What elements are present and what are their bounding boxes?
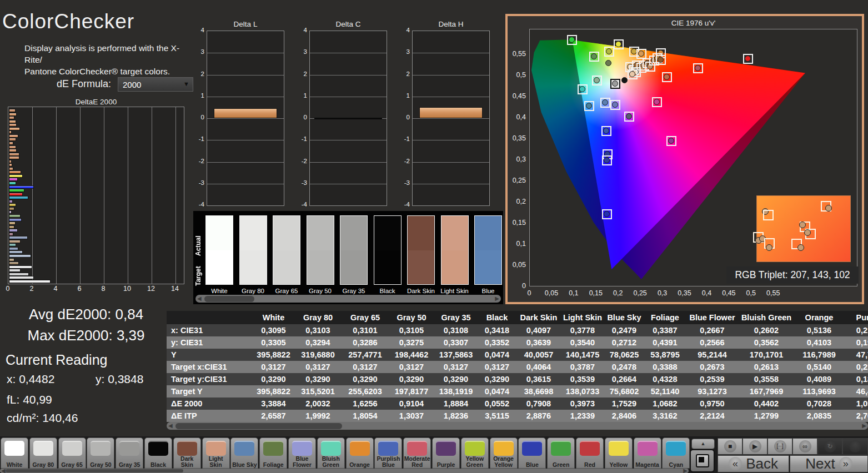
next-button[interactable]: Next » <box>790 455 868 472</box>
play-button[interactable]: ▶ <box>742 438 767 455</box>
patch-button-dark-skin[interactable]: Dark Skin <box>173 437 201 469</box>
table-cell: 198,4462 <box>389 349 434 361</box>
scroll-left-icon[interactable]: ◀ <box>1 467 6 473</box>
patch-button-gray-35[interactable]: Gray 35 <box>116 437 143 469</box>
swatch-gray-80[interactable] <box>239 215 267 285</box>
patch-button-yellow[interactable]: Yellow <box>605 437 633 469</box>
patch-button-yellow-green[interactable]: Yellow Green <box>461 437 489 469</box>
patch-button-cyan[interactable]: Cyan <box>662 437 690 469</box>
swatch-gray-50[interactable] <box>307 215 334 285</box>
y-tick-label: -4 <box>192 201 204 208</box>
patch-button-gray-50[interactable]: Gray 50 <box>87 437 114 469</box>
strip-scrollbar-thumb[interactable] <box>204 296 254 302</box>
cie-point <box>604 58 614 68</box>
patch-button-moderate-red[interactable]: Moderate Red <box>403 437 431 469</box>
table-cell: 1,7529 <box>604 397 644 410</box>
table-cell: 0,0474 <box>478 385 516 397</box>
reading-x: x: 0,4482 <box>7 373 54 386</box>
reading-y: y: 0,3848 <box>96 373 143 386</box>
y-tick-label: 0 <box>295 114 307 120</box>
table-cell: 0,3108 <box>434 324 478 336</box>
de-bar <box>9 210 12 214</box>
patch-button-light-skin[interactable]: Light Skin <box>202 437 230 469</box>
de-bar <box>9 243 16 246</box>
scroll-left-icon[interactable]: ◀ <box>197 295 202 303</box>
row-label: Target y:CIE31 <box>167 373 253 385</box>
measure-series-button[interactable]: [··] <box>767 438 792 455</box>
table-row: Target Y395,8822315,5201255,6203197,8177… <box>167 385 868 397</box>
patch-button-blue-flower[interactable]: Blue Flower <box>288 437 316 469</box>
patch-size-up-button[interactable]: ▲ <box>691 439 715 449</box>
swatch-light-skin[interactable] <box>441 215 469 285</box>
patch-button-magenta[interactable]: Magenta <box>634 437 661 469</box>
patch-button-bluish-green[interactable]: Bluish Green <box>317 437 345 469</box>
patch-button-purple[interactable]: Purple <box>432 437 460 469</box>
cie-point <box>592 76 602 85</box>
gridline <box>413 53 489 53</box>
table-cell: 2,8876 <box>516 410 561 422</box>
patch-button-white[interactable]: White <box>1 437 28 469</box>
scroll-left-icon[interactable]: ◀ <box>168 422 173 430</box>
patch-button-red[interactable]: Red <box>576 437 604 469</box>
patch-button-blue[interactable]: Blue <box>518 437 546 469</box>
gridline <box>207 184 284 184</box>
patch-color-chip <box>91 441 111 456</box>
cie-point <box>578 84 588 94</box>
patch-button-orange-yellow[interactable]: Orange Yellow <box>490 437 518 469</box>
y-tick-label: -3 <box>398 179 410 186</box>
swatch-dark-skin[interactable] <box>407 215 435 285</box>
patch-label: Gray 35 <box>116 462 143 468</box>
swatch-blue[interactable] <box>474 215 502 285</box>
table-scrollbar[interactable]: ◀ ▶ <box>167 422 868 430</box>
swatch-white[interactable] <box>205 215 233 285</box>
row-label: Target Y <box>167 385 253 397</box>
cie-y-tick-label: 0 <box>507 282 526 290</box>
back-button-label: Back <box>746 455 778 472</box>
patch-button-purplish-blue[interactable]: Purplish Blue <box>374 437 402 469</box>
delta-zero-bar <box>314 118 382 119</box>
table-cell: 0,3290 <box>342 373 389 385</box>
patch-button-black[interactable]: Black <box>144 437 172 469</box>
swatch-gray-35[interactable] <box>340 215 368 285</box>
patch-bar-scrollbar[interactable]: ◀ ▶ <box>0 469 689 473</box>
refresh-button[interactable]: ↻ <box>817 438 842 455</box>
back-button[interactable]: « Back <box>718 455 789 472</box>
patch-button-blue-sky[interactable]: Blue Sky <box>230 437 258 469</box>
patch-button-green[interactable]: Green <box>547 437 575 469</box>
patch-label: Orange <box>347 462 373 468</box>
scroll-right-icon[interactable]: ▶ <box>862 422 866 430</box>
table-cell: 138,0733 <box>561 385 604 397</box>
table-cell: 93,1273 <box>686 385 739 397</box>
record-button[interactable] <box>842 438 868 455</box>
de-formula-dropdown[interactable]: 2000 ▼ <box>118 77 193 92</box>
patch-scrollbar-thumb[interactable] <box>6 469 183 472</box>
scroll-right-icon[interactable]: ▶ <box>495 295 499 303</box>
table-cell: 0,2712 <box>604 336 644 349</box>
patch-button-gray-80[interactable]: Gray 80 <box>29 437 57 469</box>
de-bar <box>9 182 16 185</box>
continuous-measure-button[interactable]: ∞ <box>792 438 817 455</box>
stop-button[interactable]: ■ <box>718 438 742 455</box>
patch-button-orange[interactable]: Orange <box>346 437 374 469</box>
patch-button-gray-65[interactable]: Gray 65 <box>58 437 86 469</box>
table-scrollbar-thumb[interactable] <box>175 423 342 429</box>
cie-x-tick-label: 0,25 <box>630 289 650 297</box>
cie-x-tick-label: 0,45 <box>719 289 739 297</box>
de-bar <box>9 185 34 189</box>
actual-target-strip: Actual Target WhiteGray 80Gray 65Gray 50… <box>193 211 503 304</box>
patch-window-button[interactable] <box>690 449 715 472</box>
table-cell: 0,4391 <box>644 336 686 349</box>
strip-scrollbar[interactable]: ◀▶ <box>195 295 501 303</box>
scroll-right-icon[interactable]: ▶ <box>683 467 688 473</box>
patch-color-chip <box>407 441 427 456</box>
table-cell: 0,3095 <box>253 324 294 336</box>
infinity-icon: ∞ <box>799 440 811 452</box>
patch-button-foliage[interactable]: Foliage <box>259 437 287 469</box>
swatch-black[interactable] <box>374 215 402 285</box>
swatch-actual <box>307 216 334 250</box>
cie-point <box>602 209 612 219</box>
cie-y-tick-label: 0,1 <box>507 240 526 248</box>
table-cell: 0,3787 <box>561 361 604 373</box>
table-cell: 0,3615 <box>516 373 561 385</box>
swatch-gray-65[interactable] <box>273 215 300 285</box>
